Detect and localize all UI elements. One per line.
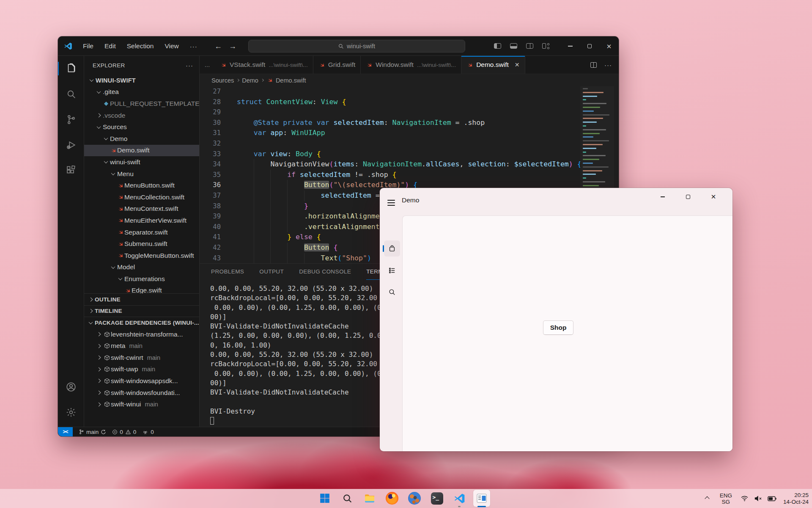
breadcrumb[interactable]: SourcesDemoDemo.swift bbox=[200, 74, 619, 86]
tab-overflow-indicator[interactable]: … bbox=[200, 56, 215, 74]
breadcrumb-item[interactable]: Demo.swift bbox=[276, 77, 306, 84]
nav-item-list[interactable] bbox=[384, 262, 400, 279]
maximize-button[interactable] bbox=[580, 36, 599, 56]
tree-item-pull_request_template-[interactable]: PULL_REQUEST_TEMPLATE.... bbox=[84, 98, 199, 110]
tree-item-menu[interactable]: Menu bbox=[84, 168, 199, 180]
close-button[interactable]: ✕ bbox=[599, 36, 619, 56]
package-meta[interactable]: metamain bbox=[84, 340, 199, 352]
menu-edit[interactable]: Edit bbox=[100, 41, 121, 52]
tree-item-menucontext-swift[interactable]: MenuContext.swift bbox=[84, 203, 199, 215]
shop-button[interactable]: Shop bbox=[543, 320, 573, 335]
tab-window-swift[interactable]: Window.swift...\winui-swift\... bbox=[361, 56, 461, 74]
explorer-more-icon[interactable]: ··· bbox=[186, 62, 193, 69]
explorer-icon[interactable] bbox=[58, 56, 84, 81]
extensions-icon[interactable] bbox=[58, 157, 84, 183]
panel-tab-output[interactable]: OUTPUT bbox=[259, 264, 284, 280]
toggle-panel-icon[interactable] bbox=[510, 43, 517, 49]
breadcrumb-item[interactable]: Sources bbox=[211, 77, 234, 84]
tree-item--vscode[interactable]: .vscode bbox=[84, 110, 199, 121]
battery-icon[interactable] bbox=[768, 496, 776, 501]
wifi-icon[interactable] bbox=[741, 495, 749, 502]
search-sidebar-icon[interactable] bbox=[58, 81, 84, 107]
tab-vstack-swift[interactable]: VStack.swift...\winui-swift\... bbox=[215, 56, 313, 74]
command-center-search[interactable]: winui-swift bbox=[248, 40, 465, 52]
hamburger-menu-icon[interactable] bbox=[387, 198, 395, 207]
ports-indicator[interactable]: 0 bbox=[142, 429, 154, 435]
tree-item-edge-swift[interactable]: Edge.swift bbox=[84, 285, 199, 293]
toggle-secondary-sidebar-icon[interactable] bbox=[526, 43, 533, 49]
tree-item-submenu-swift[interactable]: Submenu.swift bbox=[84, 238, 199, 250]
language-indicator[interactable]: ENG SG bbox=[720, 492, 732, 505]
tree-item-togglemenubutton-swift[interactable]: ToggleMenuButton.swift bbox=[84, 250, 199, 262]
package-swift-uwp[interactable]: swift-uwpmain bbox=[84, 364, 199, 375]
forward-icon[interactable]: → bbox=[229, 42, 236, 51]
firefox-button[interactable] bbox=[384, 490, 401, 507]
code-line-33[interactable]: 33var view: Body { bbox=[200, 149, 619, 160]
tree-item-separator-swift[interactable]: Separator.swift bbox=[84, 226, 199, 238]
tree-item--gitea[interactable]: .gitea bbox=[84, 86, 199, 98]
menu-view[interactable]: View bbox=[160, 41, 183, 52]
code-line-28[interactable]: 28struct ContentView: View { bbox=[200, 97, 619, 108]
section-outline[interactable]: OUTLINE bbox=[84, 293, 199, 305]
breadcrumb-item[interactable]: Demo bbox=[242, 77, 258, 84]
branch-indicator[interactable]: main bbox=[79, 429, 106, 435]
code-line-31[interactable]: 31var app: WinUIApp bbox=[200, 128, 619, 138]
package-swift-windowsappsdk-[interactable]: swift-windowsappsdk... bbox=[84, 375, 199, 387]
editor-more-icon[interactable]: ··· bbox=[604, 61, 612, 69]
taskbar-search-button[interactable] bbox=[339, 490, 356, 507]
menu-more-icon[interactable]: ··· bbox=[185, 41, 202, 52]
tree-item-sources[interactable]: Sources bbox=[84, 121, 199, 133]
tab-grid-swift[interactable]: Grid.swift bbox=[313, 56, 361, 74]
nav-item-shop[interactable] bbox=[384, 240, 400, 257]
settings-gear-icon[interactable] bbox=[58, 400, 84, 425]
nav-search-item[interactable] bbox=[384, 284, 400, 300]
tree-item-demo[interactable]: Demo bbox=[84, 133, 199, 145]
tree-item-demo-swift[interactable]: Demo.swift bbox=[84, 145, 199, 157]
start-button[interactable] bbox=[316, 490, 333, 507]
code-line-34[interactable]: 34NavigationView(items: NavigationItem.a… bbox=[200, 159, 619, 170]
tree-item-enumerations[interactable]: Enumerations bbox=[84, 273, 199, 285]
tree-item-winui-swift[interactable]: WINUI-SWIFT bbox=[84, 75, 199, 86]
panel-tab-debug-console[interactable]: DEBUG CONSOLE bbox=[299, 264, 351, 280]
code-line-27[interactable]: 27 bbox=[200, 86, 619, 97]
tree-item-menucollection-swift[interactable]: MenuCollection.swift bbox=[84, 191, 199, 203]
tree-item-menubutton-swift[interactable]: MenuButton.swift bbox=[84, 179, 199, 191]
menu-file[interactable]: File bbox=[78, 41, 98, 52]
code-line-32[interactable]: 32 bbox=[200, 138, 619, 149]
minimize-button[interactable] bbox=[560, 36, 580, 56]
browser-globe-button[interactable] bbox=[406, 490, 423, 507]
code-line-35[interactable]: 35if selectedItem != .shop { bbox=[200, 170, 619, 180]
menu-selection[interactable]: Selection bbox=[122, 41, 159, 52]
back-icon[interactable]: ← bbox=[214, 42, 222, 51]
file-explorer-button[interactable] bbox=[361, 490, 378, 507]
section-timeline[interactable]: TIMELINE bbox=[84, 305, 199, 317]
taskbar-vscode-button[interactable] bbox=[451, 490, 468, 507]
terminal-button[interactable]: >_ bbox=[428, 490, 445, 507]
tree-item-menueitherview-swift[interactable]: MenuEitherView.swift bbox=[84, 215, 199, 226]
package-swift-winui[interactable]: swift-winuimain bbox=[84, 398, 199, 410]
clock[interactable]: 20:25 14-Oct-24 bbox=[783, 492, 809, 505]
section-package-dependencies-winui-[interactable]: PACKAGE DEPENDENCIES (WINUI-... bbox=[84, 317, 199, 329]
package-swift-windowsfoundati-[interactable]: swift-windowsfoundati... bbox=[84, 387, 199, 399]
package-swift-cwinrt[interactable]: swift-cwinrtmain bbox=[84, 352, 199, 364]
tree-item-winui-swift[interactable]: winui-swift bbox=[84, 156, 199, 168]
remote-indicator[interactable]: >< bbox=[58, 427, 73, 437]
volume-muted-icon[interactable] bbox=[754, 495, 762, 502]
toggle-sidebar-icon[interactable] bbox=[494, 43, 501, 49]
tab-demo-swift[interactable]: Demo.swift✕ bbox=[461, 56, 525, 74]
panel-tab-problems[interactable]: PROBLEMS bbox=[211, 264, 244, 280]
code-line-30[interactable]: 30@State private var selectedItem: Navig… bbox=[200, 118, 619, 128]
package-levenshtein-transforma-[interactable]: levenshtein-transforma... bbox=[84, 329, 199, 340]
tree-item-model[interactable]: Model bbox=[84, 262, 199, 273]
problems-indicator[interactable]: 0 0 bbox=[112, 429, 136, 435]
account-icon[interactable] bbox=[58, 374, 84, 400]
customize-layout-icon[interactable] bbox=[542, 43, 549, 49]
code-line-29[interactable]: 29 bbox=[200, 107, 619, 118]
demo-maximize-button[interactable] bbox=[681, 191, 695, 202]
tab-close-icon[interactable]: ✕ bbox=[515, 61, 520, 68]
run-debug-icon[interactable] bbox=[58, 132, 84, 157]
taskbar-demo-app-button[interactable] bbox=[473, 490, 490, 507]
demo-minimize-button[interactable] bbox=[656, 191, 670, 202]
split-editor-icon[interactable] bbox=[590, 62, 597, 68]
hidden-icons-chevron[interactable] bbox=[705, 496, 709, 501]
